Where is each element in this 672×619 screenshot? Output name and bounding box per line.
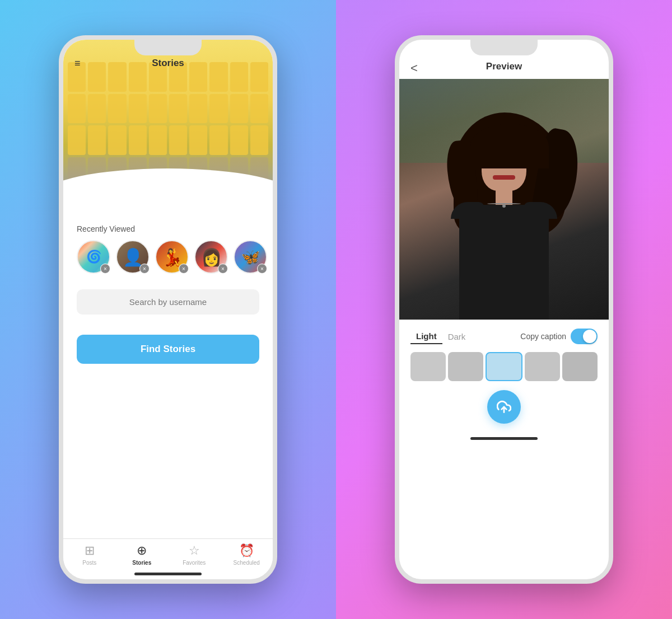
filter-thumb-4[interactable] <box>525 352 560 381</box>
avatar-item-2[interactable]: 👤 × <box>116 240 150 274</box>
key <box>149 125 167 155</box>
toggle-knob <box>583 330 596 343</box>
key <box>129 94 147 124</box>
key <box>230 94 248 124</box>
theme-light-button[interactable]: Light <box>410 329 442 344</box>
avatar-row: 🌀 × 👤 × 💃 × <box>77 240 259 274</box>
home-indicator-right <box>399 433 609 444</box>
key <box>129 125 147 155</box>
woman-figure <box>448 107 560 320</box>
key <box>209 125 227 155</box>
controls-area: Light Dark Copy caption <box>399 320 609 433</box>
key <box>189 125 207 155</box>
recently-viewed-label: Recently Viewed <box>77 224 259 233</box>
stories-title: Stories <box>152 58 184 69</box>
avatar-close-4[interactable]: × <box>218 264 228 274</box>
stories-title-bar: ≡ Stories <box>63 58 273 69</box>
photo-container <box>399 79 609 320</box>
avatar-close-3[interactable]: × <box>179 264 189 274</box>
stories-label: Stories <box>132 560 151 566</box>
key <box>169 94 187 124</box>
posts-icon: ⊞ <box>85 543 95 558</box>
filter-row <box>410 352 598 381</box>
home-indicator <box>63 568 273 579</box>
tab-scheduled[interactable]: ⏰ Scheduled <box>221 543 273 566</box>
scheduled-label: Scheduled <box>234 560 260 566</box>
tab-stories[interactable]: ⊕ Stories <box>116 543 169 566</box>
key <box>209 94 227 124</box>
copy-caption-toggle[interactable] <box>571 329 598 344</box>
avatar-item-3[interactable]: 💃 × <box>155 240 189 274</box>
avatar-close-1[interactable]: × <box>100 264 110 274</box>
stories-phone: ≡ Stories Recently Viewed 🌀 × 👤 <box>59 35 277 584</box>
key <box>68 125 86 155</box>
notch-right <box>470 40 538 55</box>
neck <box>496 188 512 205</box>
scheduled-icon: ⏰ <box>239 543 254 558</box>
avatar-close-5[interactable]: × <box>257 264 267 274</box>
key <box>250 125 268 155</box>
avatar-item-1[interactable]: 🌀 × <box>77 240 110 274</box>
controls-top-row: Light Dark Copy caption <box>410 329 598 344</box>
right-panel: < Preview <box>336 0 672 619</box>
preview-title: Preview <box>486 61 522 72</box>
tab-posts[interactable]: ⊞ Posts <box>63 543 116 566</box>
menu-icon[interactable]: ≡ <box>74 58 81 69</box>
filter-thumb-5[interactable] <box>562 352 598 381</box>
key <box>88 94 106 124</box>
home-bar-right <box>470 437 538 440</box>
tab-favorites[interactable]: ☆ Favorites <box>168 543 221 566</box>
hair-front-top <box>470 124 549 168</box>
necklace-pendant <box>502 204 506 208</box>
left-panel: ≡ Stories Recently Viewed 🌀 × 👤 <box>0 0 336 619</box>
copy-caption-label: Copy caption <box>520 332 566 341</box>
key <box>68 94 86 124</box>
posts-label: Posts <box>82 560 96 566</box>
favorites-icon: ☆ <box>189 543 200 558</box>
tab-bar: ⊞ Posts ⊕ Stories ☆ Favorites ⏰ Schedule… <box>63 538 273 568</box>
upload-icon <box>497 400 511 414</box>
stories-header-area: ≡ Stories <box>63 40 273 213</box>
filter-thumb-1[interactable] <box>410 352 446 381</box>
stories-icon: ⊕ <box>137 543 147 558</box>
notch <box>134 40 202 55</box>
key <box>149 94 167 124</box>
key <box>88 125 106 155</box>
key <box>108 125 126 155</box>
key <box>108 94 126 124</box>
avatar-item-4[interactable]: 👩 × <box>194 240 228 274</box>
key <box>169 125 187 155</box>
search-username-input[interactable] <box>77 289 259 315</box>
key <box>250 94 268 124</box>
curved-bottom <box>63 168 273 213</box>
key <box>189 94 207 124</box>
lips <box>493 175 515 180</box>
stories-body: Recently Viewed 🌀 × 👤 × 💃 <box>63 213 273 538</box>
back-button[interactable]: < <box>410 61 418 76</box>
avatar-item-5[interactable]: 🦋 × <box>234 240 267 274</box>
filter-thumb-2[interactable] <box>448 352 483 381</box>
photo-placeholder <box>399 79 609 320</box>
key <box>230 125 248 155</box>
favorites-label: Favorites <box>183 560 206 566</box>
filter-thumb-3[interactable] <box>486 352 523 381</box>
theme-dark-button[interactable]: Dark <box>442 330 472 344</box>
preview-phone: < Preview <box>395 35 613 584</box>
home-bar <box>134 573 202 575</box>
find-stories-button[interactable]: Find Stories <box>77 335 259 364</box>
avatar-close-2[interactable]: × <box>139 264 150 274</box>
copy-caption-row: Copy caption <box>520 329 598 344</box>
upload-button[interactable] <box>487 390 521 424</box>
body-clothing <box>459 205 549 320</box>
